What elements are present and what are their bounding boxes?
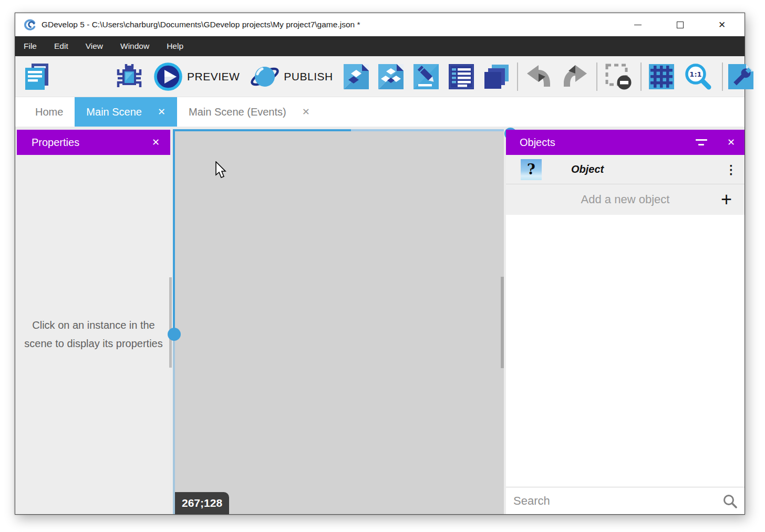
tab-main-scene-events[interactable]: Main Scene (Events) ✕: [177, 97, 322, 127]
toolbar-separator: [517, 62, 518, 91]
project-manager-icon: [24, 63, 50, 90]
properties-resize-line[interactable]: [173, 129, 175, 514]
canvas-top-resize-line[interactable]: [175, 129, 504, 131]
advanced-settings-button[interactable]: [728, 64, 753, 89]
filter-icon[interactable]: [695, 139, 708, 145]
tab-main-scene-label: Main Scene: [86, 106, 142, 118]
menu-view[interactable]: View: [84, 41, 105, 51]
tab-main-scene[interactable]: Main Scene ✕: [75, 97, 177, 127]
properties-panel-header: Properties ✕: [17, 130, 170, 155]
objects-panel-title: Objects: [520, 137, 695, 149]
svg-text:1:1: 1:1: [689, 70, 701, 78]
properties-panel-body: Click on an instance in the scene to dis…: [17, 155, 170, 514]
publish-planet-icon: [250, 62, 280, 91]
layers-editor-button[interactable]: [483, 64, 510, 90]
close-icon[interactable]: ✕: [152, 137, 160, 148]
toolbar: PREVIEW PUBLISH: [15, 56, 745, 97]
close-icon[interactable]: ✕: [727, 137, 735, 148]
objects-list-empty-area: [506, 215, 745, 487]
deselect-instances-button[interactable]: [605, 63, 632, 90]
menu-file[interactable]: File: [22, 41, 38, 51]
wrench-icon: [728, 64, 753, 89]
properties-empty-message: Click on an instance in the scene to dis…: [17, 316, 170, 353]
close-button[interactable]: ✕: [713, 13, 731, 36]
events-list-button[interactable]: [449, 64, 474, 89]
grid-icon: [649, 64, 674, 89]
objects-panel-header: Objects ✕: [506, 130, 745, 155]
search-icon[interactable]: [722, 494, 737, 508]
menu-edit[interactable]: Edit: [53, 41, 70, 51]
menu-window[interactable]: Window: [119, 41, 151, 51]
menu-bar: File Edit View Window Help: [15, 36, 745, 56]
tab-home-label: Home: [35, 106, 63, 118]
kebab-menu-icon[interactable]: ⋮: [725, 163, 737, 175]
gdevelop-window: GDevelop 5 - C:\Users\charburg\Documents…: [15, 13, 745, 515]
properties-resize-handle[interactable]: [168, 328, 181, 341]
redo-icon: [562, 65, 588, 89]
add-object-label: Add a new object: [581, 193, 670, 206]
title-bar: GDevelop 5 - C:\Users\charburg\Documents…: [15, 13, 745, 36]
tab-main-scene-events-label: Main Scene (Events): [189, 106, 286, 118]
add-object-row[interactable]: Add a new object +: [506, 184, 745, 215]
grid-button[interactable]: [649, 64, 674, 89]
objects-editor-icon: [344, 64, 369, 89]
object-groups-icon: [378, 64, 404, 89]
publish-label[interactable]: PUBLISH: [284, 70, 333, 83]
plus-icon[interactable]: +: [721, 190, 732, 209]
objects-search-bar: [506, 487, 745, 514]
clear-selection-icon: [605, 63, 632, 90]
maximize-icon: [677, 22, 684, 28]
maximize-button[interactable]: [671, 13, 689, 36]
scene-canvas[interactable]: [175, 131, 504, 514]
minimize-icon: [634, 25, 642, 25]
debugger-button[interactable]: [116, 63, 143, 90]
redo-button[interactable]: [562, 65, 588, 89]
canvas-vertical-scrollbar[interactable]: [501, 277, 504, 368]
editor-tabs: Home Main Scene ✕ Main Scene (Events) ✕: [15, 97, 745, 127]
undo-icon: [525, 65, 552, 89]
project-manager-button[interactable]: [24, 63, 50, 90]
tab-home[interactable]: Home: [24, 97, 75, 127]
tab-close-icon[interactable]: ✕: [302, 106, 310, 118]
zoom-one-to-one-icon: 1:1: [684, 62, 712, 91]
properties-panel-button[interactable]: [413, 64, 439, 89]
toolbar-separator: [640, 62, 642, 91]
search-input[interactable]: [513, 494, 722, 508]
object-name: Object: [571, 163, 604, 175]
play-icon: [153, 62, 183, 91]
cursor-coordinates-badge: 267;128: [175, 492, 229, 514]
window-title: GDevelop 5 - C:\Users\charburg\Documents…: [42, 20, 360, 29]
gdevelop-logo-icon: [24, 18, 36, 31]
toolbar-separator: [596, 62, 597, 91]
editor-content: 267;128 Properties ✕ Click on an instanc…: [15, 127, 745, 514]
properties-panel: Properties ✕ Click on an instance in the…: [17, 130, 170, 514]
undo-button[interactable]: [525, 65, 552, 89]
zoom-reset-button[interactable]: 1:1: [684, 62, 712, 91]
preview-label[interactable]: PREVIEW: [187, 70, 240, 83]
object-question-icon: ?: [521, 159, 542, 180]
toolbar-separator: [722, 62, 723, 91]
instances-list-icon: [449, 64, 474, 89]
menu-help[interactable]: Help: [165, 41, 185, 51]
objects-panel: Objects ✕ ? Object ⋮ Add a new object +: [506, 130, 745, 514]
object-list-item[interactable]: ? Object ⋮: [506, 155, 745, 184]
scene-properties-icon: [413, 64, 439, 89]
tab-close-icon[interactable]: ✕: [158, 106, 166, 118]
properties-panel-title: Properties: [32, 137, 152, 149]
mouse-cursor-icon: [215, 161, 229, 179]
object-groups-button[interactable]: [378, 64, 404, 89]
layers-icon: [483, 64, 510, 90]
minimize-button[interactable]: [629, 13, 647, 36]
properties-scrollbar[interactable]: [169, 277, 172, 368]
debugger-icon: [116, 63, 143, 90]
objects-editor-button[interactable]: [344, 64, 369, 89]
preview-button[interactable]: [153, 62, 183, 91]
publish-button[interactable]: [250, 62, 280, 91]
